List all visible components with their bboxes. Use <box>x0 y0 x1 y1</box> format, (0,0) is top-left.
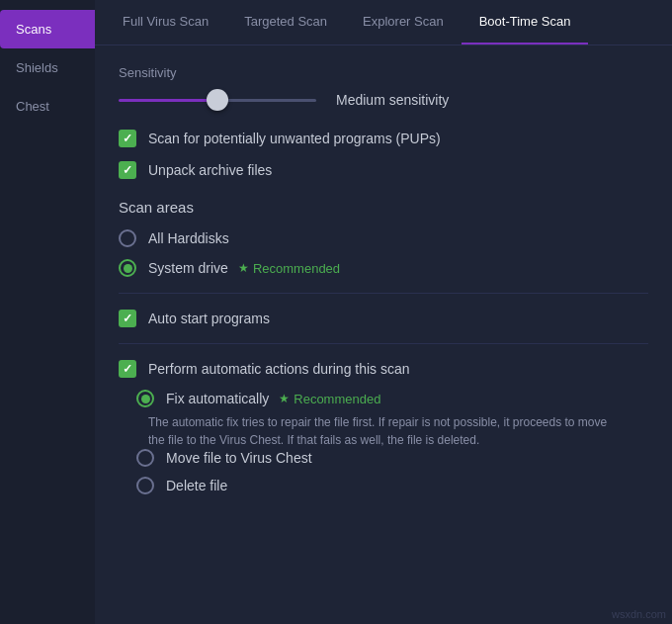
sensitivity-slider[interactable] <box>119 90 316 110</box>
auto-start-label: Auto start programs <box>148 311 270 326</box>
sensitivity-row: Medium sensitivity <box>119 90 648 110</box>
pup-checkbox[interactable] <box>119 130 136 147</box>
divider-2 <box>119 343 648 344</box>
all-harddisks-label: All Harddisks <box>148 230 229 246</box>
sidebar-item-scans[interactable]: Scans <box>0 10 95 48</box>
star-icon: ★ <box>238 261 249 275</box>
fix-auto-row: Fix automatically ★ Recommended <box>136 390 648 407</box>
tab-targeted-scan[interactable]: Targeted Scan <box>226 0 345 45</box>
move-to-chest-radio[interactable] <box>136 449 154 467</box>
perform-actions-label: Perform automatic actions during this sc… <box>148 361 410 377</box>
fix-auto-description: The automatic fix tries to repair the fi… <box>148 413 623 449</box>
unpack-label: Unpack archive files <box>148 162 272 178</box>
pup-label: Scan for potentially unwanted programs (… <box>148 131 441 146</box>
perform-actions-checkbox-item: Perform automatic actions during this sc… <box>119 360 648 378</box>
fix-auto-recommended-badge: ★ Recommended <box>279 392 380 406</box>
system-drive-option[interactable]: System drive ★ Recommended <box>119 259 648 277</box>
slider-track <box>119 99 316 102</box>
system-drive-recommended-badge: ★ Recommended <box>238 261 340 276</box>
divider-1 <box>119 293 648 294</box>
slider-thumb[interactable] <box>207 89 228 111</box>
fix-auto-recommended-text: Recommended <box>294 392 380 406</box>
unpack-checkbox[interactable] <box>119 161 136 179</box>
fix-auto-radio-inner <box>141 395 150 403</box>
delete-file-radio[interactable] <box>136 477 154 494</box>
fix-auto-label: Fix automatically <box>166 391 269 406</box>
pup-checkbox-item: Scan for potentially unwanted programs (… <box>119 130 648 147</box>
system-drive-radio-inner <box>124 264 132 273</box>
delete-file-option[interactable]: Delete file <box>136 477 648 494</box>
watermark: wsxdn.com <box>612 608 666 620</box>
fix-auto-option[interactable]: Fix automatically ★ Recommended <box>136 390 380 407</box>
unpack-checkbox-item: Unpack archive files <box>119 161 648 179</box>
system-drive-radio[interactable] <box>119 259 136 277</box>
main-content: Full Virus Scan Targeted Scan Explorer S… <box>95 0 672 624</box>
tab-bar: Full Virus Scan Targeted Scan Explorer S… <box>95 0 672 45</box>
sidebar-item-chest[interactable]: Chest <box>0 87 95 126</box>
scan-areas-title: Scan areas <box>119 199 648 216</box>
all-harddisks-radio[interactable] <box>119 229 136 247</box>
move-to-chest-label: Move file to Virus Chest <box>166 450 312 466</box>
system-drive-recommended-text: Recommended <box>253 261 340 276</box>
delete-file-label: Delete file <box>166 478 227 493</box>
move-to-chest-option[interactable]: Move file to Virus Chest <box>136 449 648 467</box>
perform-actions-checkbox[interactable] <box>119 360 136 378</box>
tab-full-virus-scan[interactable]: Full Virus Scan <box>105 0 226 45</box>
content-area: Sensitivity Medium sensitivity Scan for … <box>95 45 672 624</box>
fix-auto-radio[interactable] <box>136 390 154 407</box>
sensitivity-label: Sensitivity <box>119 65 648 80</box>
all-harddisks-option[interactable]: All Harddisks <box>119 229 648 247</box>
fix-auto-star-icon: ★ <box>279 392 290 405</box>
auto-start-checkbox-item: Auto start programs <box>119 310 648 327</box>
sidebar: Scans Shields Chest <box>0 0 95 624</box>
sensitivity-value-label: Medium sensitivity <box>336 92 449 108</box>
tab-boot-time-scan[interactable]: Boot-Time Scan <box>462 0 589 45</box>
auto-start-checkbox[interactable] <box>119 310 136 327</box>
tab-explorer-scan[interactable]: Explorer Scan <box>345 0 462 45</box>
sidebar-item-shields[interactable]: Shields <box>0 48 95 87</box>
system-drive-label: System drive <box>148 260 228 276</box>
